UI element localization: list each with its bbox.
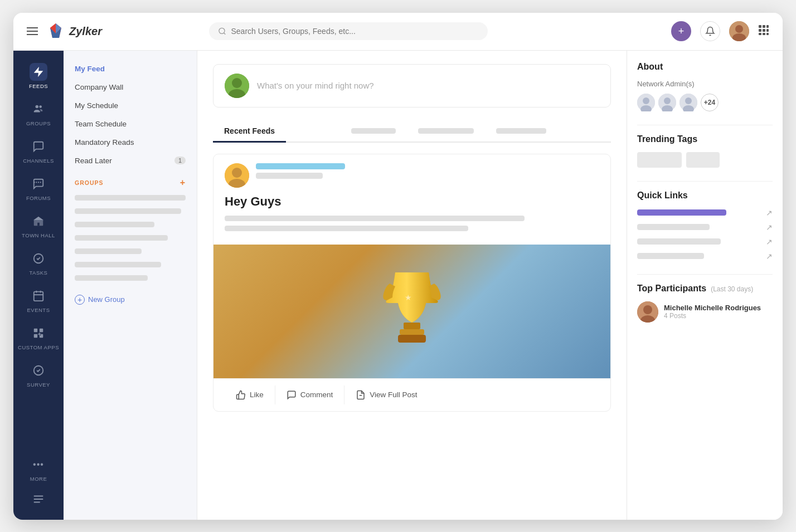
sidebar-item-tasks[interactable]: TASKS	[13, 244, 64, 281]
bolt-icon	[32, 66, 45, 78]
participant-avatar-1	[637, 301, 658, 323]
admin-avatar-2	[658, 94, 676, 111]
sidebar-label-townhall: TOWN HALL	[22, 232, 55, 238]
logo-area: Zylker	[47, 22, 102, 40]
svg-rect-11	[766, 25, 769, 28]
nav-item-my-feed[interactable]: My Feed	[64, 60, 197, 78]
divider-1	[637, 125, 773, 125]
svg-marker-18	[34, 66, 43, 76]
tag-ph-2	[686, 152, 720, 168]
sidebar-item-forums[interactable]: FORUMS	[13, 169, 64, 207]
svg-rect-45	[404, 323, 420, 329]
svg-rect-30	[34, 334, 37, 337]
sidebar-item-feeds[interactable]: FEEDS	[13, 57, 64, 95]
sidebar-item-custom-apps[interactable]: CUSTOM APPS	[13, 319, 64, 356]
quick-link-bar-2	[637, 224, 710, 230]
participant-posts-1: 4 Posts	[664, 312, 761, 320]
grid-icon	[758, 25, 769, 36]
top-participants-header: Top Participants (Last 30 days)	[637, 284, 773, 294]
quick-link-bar-4	[637, 253, 704, 259]
divider-2	[637, 181, 773, 182]
notification-button[interactable]	[700, 21, 720, 41]
participant-row-1: Michelle Michelle Rodrigues 4 Posts	[637, 301, 773, 323]
tab-ph-3	[496, 128, 546, 134]
about-title: About	[637, 62, 773, 72]
post-author-name-line	[256, 163, 345, 169]
svg-point-54	[664, 97, 671, 104]
new-group-button[interactable]: + New Group	[64, 289, 197, 310]
nav-item-my-schedule[interactable]: My Schedule	[64, 96, 197, 115]
tab-ph-2	[418, 128, 474, 134]
svg-point-40	[232, 78, 242, 88]
group-placeholder-7	[75, 275, 148, 281]
participant-info-1: Michelle Michelle Rodrigues 4 Posts	[664, 304, 761, 320]
view-full-post-button[interactable]: View Full Post	[344, 385, 428, 404]
people-icon	[32, 103, 45, 115]
group-placeholder-5	[75, 248, 142, 254]
post-title: Hey Guys	[225, 194, 599, 209]
admin-avatar-3	[679, 94, 697, 111]
compose-placeholder[interactable]: What's on your mind right now?	[257, 81, 374, 90]
sidebar-item-townhall[interactable]: TOWN HALL	[13, 207, 64, 244]
svg-point-51	[643, 97, 649, 104]
sidebar-bottom-icon[interactable]	[27, 487, 50, 513]
add-group-button[interactable]: +	[180, 178, 186, 188]
post-author-avatar	[225, 163, 249, 188]
quick-link-arrow-1[interactable]: ↗	[766, 208, 773, 217]
quick-link-arrow-4[interactable]: ↗	[766, 252, 773, 261]
svg-rect-13	[763, 29, 765, 32]
sidebar-item-more[interactable]: ••• MORE	[13, 450, 64, 487]
tab-ph-1	[351, 128, 396, 134]
svg-rect-16	[763, 33, 765, 35]
more-dots: •••	[33, 460, 44, 470]
quick-link-arrow-2[interactable]: ↗	[766, 223, 773, 232]
calendar-icon	[32, 290, 45, 302]
quick-link-arrow-3[interactable]: ↗	[766, 237, 773, 246]
trending-tags-title: Trending Tags	[637, 134, 773, 144]
check-icon	[32, 252, 45, 265]
quick-link-4: ↗	[637, 252, 773, 261]
top-nav: Zylker +	[13, 13, 783, 51]
search-icon	[218, 27, 226, 36]
nav-item-mandatory-reads[interactable]: Mandatory Reads	[64, 133, 197, 152]
sidebar-label-tasks: TASKS	[30, 270, 48, 276]
sidebar-item-groups[interactable]: GROUPS	[13, 95, 64, 132]
sidebar-label-groups: GROUPS	[26, 120, 51, 126]
nav-item-read-later[interactable]: Read Later 1	[64, 152, 197, 170]
chat-icon	[32, 140, 45, 153]
sidebar-item-survey[interactable]: SURVEY	[13, 356, 64, 393]
tab-placeholders	[286, 123, 611, 139]
comment-button[interactable]: Comment	[275, 385, 345, 404]
search-bar[interactable]	[209, 22, 488, 40]
nav-panel: My Feed Company Wall My Schedule Team Sc…	[64, 51, 197, 520]
sidebar-label-events: EVENTS	[27, 307, 50, 313]
feeds-tabs: Recent Feeds	[213, 121, 611, 143]
search-input[interactable]	[231, 27, 479, 36]
grid-button[interactable]	[758, 25, 769, 38]
like-button[interactable]: Like	[225, 385, 275, 404]
groups-section-header: GROUPS +	[64, 170, 197, 191]
post-image: ★	[213, 245, 610, 378]
compose-area[interactable]: What's on your mind right now?	[213, 64, 611, 108]
sidebar-label-custom-apps: CUSTOM APPS	[18, 344, 59, 350]
add-button[interactable]: +	[671, 21, 691, 41]
left-sidebar: FEEDS GROUPS	[13, 51, 64, 520]
post-timestamp-line	[256, 173, 323, 179]
hamburger-button[interactable]	[27, 27, 38, 35]
admin-count-badge[interactable]: +24	[701, 94, 719, 111]
tab-recent-feeds[interactable]: Recent Feeds	[213, 121, 286, 143]
sidebar-item-channels[interactable]: CHANNELS	[13, 132, 64, 169]
quick-links-section: Quick Links ↗ ↗ ↗	[637, 191, 773, 261]
svg-rect-22	[37, 222, 40, 226]
svg-point-57	[685, 97, 692, 104]
user-avatar-nav[interactable]	[729, 21, 749, 41]
post-card: Hey Guys	[213, 154, 611, 412]
nav-item-team-schedule[interactable]: Team Schedule	[64, 115, 197, 133]
quick-link-bar-3	[637, 238, 721, 245]
avatar-initials	[729, 21, 749, 41]
top-participants-section: Top Participants (Last 30 days) Michelle…	[637, 284, 773, 323]
svg-rect-17	[766, 33, 769, 35]
admin-avatars-row: +24	[637, 94, 773, 111]
sidebar-item-events[interactable]: EVENTS	[13, 281, 64, 319]
nav-item-company-wall[interactable]: Company Wall	[64, 78, 197, 96]
